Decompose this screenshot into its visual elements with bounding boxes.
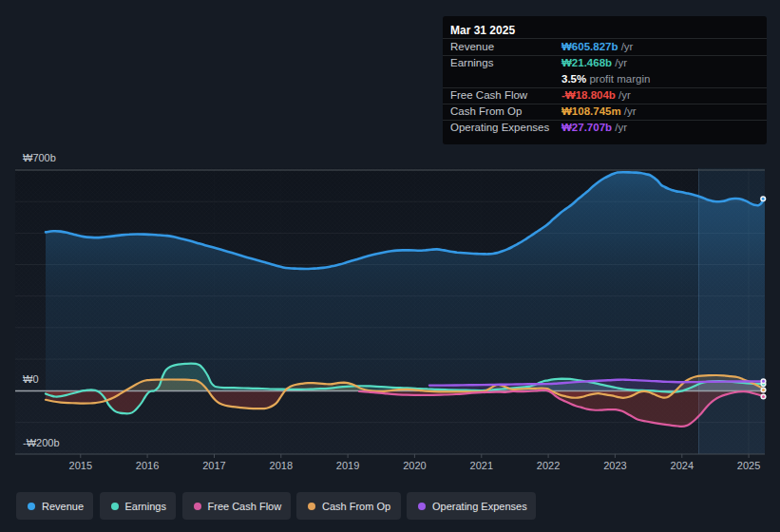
svg-text:2023: 2023 xyxy=(603,460,626,471)
svg-text:2019: 2019 xyxy=(336,460,359,471)
svg-text:2021: 2021 xyxy=(470,460,493,471)
svg-text:2024: 2024 xyxy=(671,460,694,471)
svg-text:2016: 2016 xyxy=(136,460,159,471)
svg-text:2020: 2020 xyxy=(403,460,426,471)
svg-text:2015: 2015 xyxy=(69,460,92,471)
svg-text:-₩200b: -₩200b xyxy=(23,437,60,448)
svg-text:2025: 2025 xyxy=(737,460,760,471)
svg-text:2018: 2018 xyxy=(270,460,293,471)
svg-text:2017: 2017 xyxy=(202,460,225,471)
svg-text:2022: 2022 xyxy=(537,460,560,471)
svg-text:₩700b: ₩700b xyxy=(23,152,56,163)
svg-text:₩0: ₩0 xyxy=(23,373,39,385)
